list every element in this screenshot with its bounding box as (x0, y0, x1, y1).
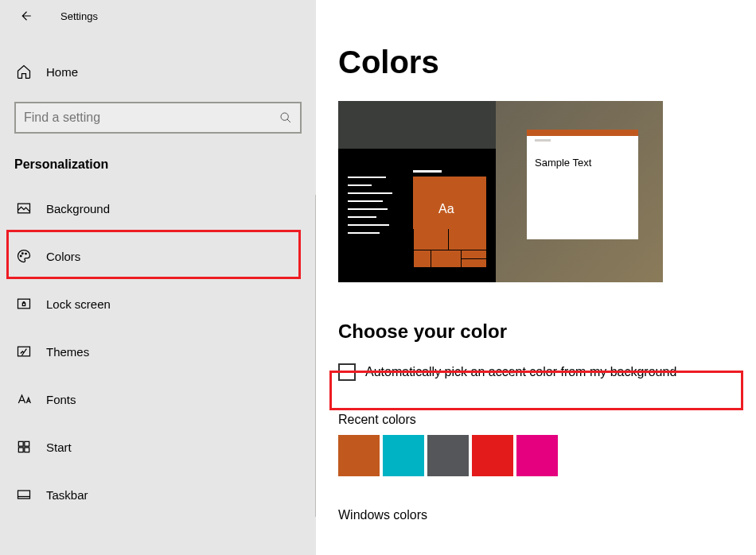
svg-point-4 (25, 253, 27, 254)
svg-rect-6 (22, 303, 25, 305)
svg-rect-7 (18, 347, 30, 356)
start-icon (16, 439, 32, 455)
sidebar-item-label: Start (46, 441, 72, 454)
sidebar-item-fonts[interactable]: Fonts (0, 375, 316, 423)
recent-color-swatch[interactable] (472, 435, 513, 476)
sidebar-home-label: Home (46, 65, 78, 79)
search-input[interactable] (24, 111, 279, 125)
page-title: Colors (338, 45, 756, 80)
palette-icon (16, 248, 32, 264)
svg-rect-9 (25, 441, 29, 446)
lock-screen-icon (16, 296, 32, 312)
preview-aa-text: Aa (438, 202, 454, 216)
sidebar-item-taskbar[interactable]: Taskbar (0, 471, 316, 518)
svg-point-2 (20, 255, 21, 257)
sidebar-item-start[interactable]: Start (0, 423, 316, 471)
preview-window-handle (535, 139, 551, 142)
sidebar-item-label: Background (46, 202, 110, 215)
sidebar-nav-list: Background Colors Lock screen Themes Fon… (0, 184, 316, 518)
preview-window-titlebar (527, 130, 638, 136)
svg-rect-12 (18, 491, 30, 499)
sidebar-item-label: Taskbar (46, 488, 88, 502)
arrow-left-icon (18, 9, 33, 23)
svg-rect-5 (18, 299, 30, 309)
preview-sample-text: Sample Text (535, 157, 591, 169)
sidebar-item-label: Colors (46, 250, 80, 263)
sidebar-item-label: Fonts (46, 393, 76, 406)
sidebar-item-background[interactable]: Background (0, 184, 316, 232)
sidebar-section-title: Personalization (0, 134, 316, 180)
svg-rect-11 (25, 448, 29, 452)
sidebar-item-lockscreen[interactable]: Lock screen (0, 280, 316, 328)
recent-color-swatch[interactable] (383, 435, 424, 476)
preview-tile-grid (413, 229, 486, 267)
search-box[interactable] (14, 102, 302, 134)
sidebar-item-label: Themes (46, 345, 89, 359)
recent-color-swatch[interactable] (516, 435, 558, 476)
recent-color-swatch[interactable] (338, 435, 380, 476)
svg-rect-10 (18, 448, 23, 452)
choose-color-title: Choose your color (338, 320, 756, 343)
recent-color-swatch[interactable] (427, 435, 469, 476)
recent-colors-list (338, 435, 756, 476)
sidebar-divider (315, 195, 316, 517)
themes-icon (16, 343, 32, 359)
svg-point-3 (22, 253, 24, 254)
taskbar-icon (16, 487, 32, 503)
home-icon (16, 64, 32, 80)
auto-pick-row[interactable]: Automatically pick an accent color from … (338, 360, 756, 384)
preview-tile-block: Aa (413, 177, 486, 267)
auto-pick-checkbox[interactable] (338, 363, 356, 381)
recent-colors-title: Recent colors (338, 413, 756, 427)
main-content: Colors Aa Sample Text Choose your color … (316, 0, 756, 555)
sidebar: Settings Home Personalization Background… (0, 0, 316, 555)
search-icon (279, 111, 292, 124)
sidebar-item-label: Lock screen (46, 297, 111, 311)
picture-icon (16, 200, 32, 216)
sidebar-item-themes[interactable]: Themes (0, 328, 316, 375)
svg-rect-8 (18, 441, 23, 446)
auto-pick-label: Automatically pick an accent color from … (365, 365, 676, 379)
preview-window-body (527, 136, 638, 239)
windows-colors-title: Windows colors (338, 508, 756, 522)
color-preview: Aa Sample Text (338, 101, 663, 282)
svg-point-0 (281, 113, 288, 120)
app-title: Settings (60, 10, 98, 22)
sidebar-item-colors[interactable]: Colors (0, 232, 316, 280)
back-button[interactable] (16, 6, 35, 25)
sidebar-header: Settings (0, 0, 316, 32)
fonts-icon (16, 391, 32, 407)
preview-start-list (348, 177, 396, 240)
sidebar-item-home[interactable]: Home (0, 49, 316, 94)
